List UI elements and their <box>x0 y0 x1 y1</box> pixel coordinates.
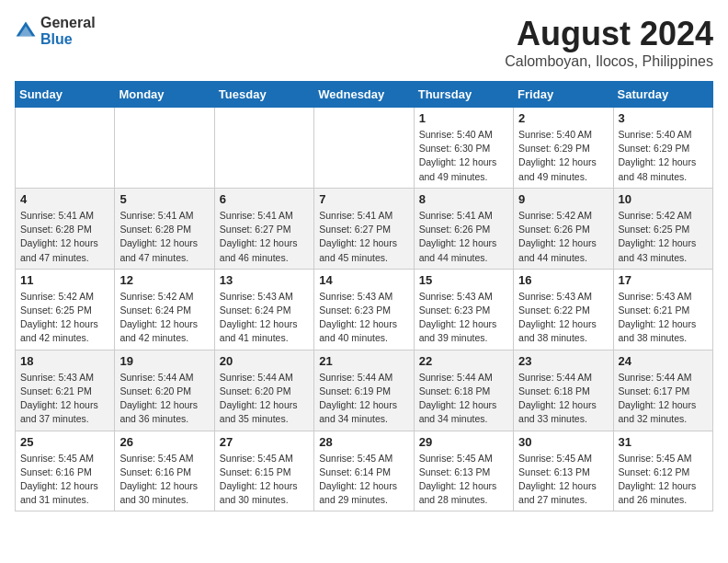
week-row-3: 18Sunrise: 5:43 AMSunset: 6:21 PMDayligh… <box>16 350 713 431</box>
day-number: 7 <box>319 192 408 206</box>
calendar-cell: 26Sunrise: 5:45 AMSunset: 6:16 PMDayligh… <box>115 431 214 511</box>
calendar-table: SundayMondayTuesdayWednesdayThursdayFrid… <box>15 81 713 511</box>
day-info: Sunrise: 5:44 AMSunset: 6:17 PMDaylight:… <box>619 371 708 427</box>
day-info: Sunrise: 5:43 AMSunset: 6:23 PMDaylight:… <box>419 290 508 346</box>
title-block: August 2024 Calomboyan, Ilocos, Philippi… <box>505 15 713 70</box>
calendar-cell: 9Sunrise: 5:42 AMSunset: 6:26 PMDaylight… <box>514 188 613 269</box>
week-row-0: 1Sunrise: 5:40 AMSunset: 6:30 PMDaylight… <box>16 108 713 189</box>
calendar-cell: 6Sunrise: 5:41 AMSunset: 6:27 PMDaylight… <box>214 188 313 269</box>
day-info: Sunrise: 5:40 AMSunset: 6:29 PMDaylight:… <box>518 128 608 184</box>
day-number: 26 <box>119 435 209 449</box>
day-info: Sunrise: 5:45 AMSunset: 6:13 PMDaylight:… <box>419 452 508 508</box>
calendar-body: 1Sunrise: 5:40 AMSunset: 6:30 PMDaylight… <box>16 108 713 511</box>
calendar-cell: 14Sunrise: 5:43 AMSunset: 6:23 PMDayligh… <box>314 269 414 350</box>
day-info: Sunrise: 5:43 AMSunset: 6:23 PMDaylight:… <box>319 290 408 346</box>
day-info: Sunrise: 5:45 AMSunset: 6:14 PMDaylight:… <box>319 452 408 508</box>
day-number: 4 <box>20 192 109 206</box>
day-info: Sunrise: 5:44 AMSunset: 6:20 PMDaylight:… <box>119 371 209 427</box>
calendar-cell <box>16 108 115 189</box>
calendar-cell: 24Sunrise: 5:44 AMSunset: 6:17 PMDayligh… <box>613 350 712 431</box>
day-number: 27 <box>220 435 309 449</box>
day-number: 17 <box>619 273 708 287</box>
day-number: 1 <box>419 111 508 125</box>
calendar-cell: 20Sunrise: 5:44 AMSunset: 6:20 PMDayligh… <box>214 350 313 431</box>
calendar-cell: 23Sunrise: 5:44 AMSunset: 6:18 PMDayligh… <box>514 350 613 431</box>
day-number: 25 <box>20 435 109 449</box>
page-header: General Blue August 2024 Calomboyan, Ilo… <box>15 15 713 70</box>
day-info: Sunrise: 5:43 AMSunset: 6:21 PMDaylight:… <box>20 371 109 427</box>
calendar-cell: 11Sunrise: 5:42 AMSunset: 6:25 PMDayligh… <box>16 269 115 350</box>
day-info: Sunrise: 5:45 AMSunset: 6:13 PMDaylight:… <box>518 452 608 508</box>
day-number: 10 <box>619 192 708 206</box>
calendar-cell: 3Sunrise: 5:40 AMSunset: 6:29 PMDaylight… <box>613 108 712 189</box>
day-number: 2 <box>518 111 608 125</box>
day-info: Sunrise: 5:43 AMSunset: 6:21 PMDaylight:… <box>619 290 708 346</box>
weekday-header-monday: Monday <box>115 82 214 108</box>
weekday-header-tuesday: Tuesday <box>214 82 313 108</box>
calendar-cell: 25Sunrise: 5:45 AMSunset: 6:16 PMDayligh… <box>16 431 115 511</box>
day-number: 6 <box>220 192 309 206</box>
day-number: 23 <box>518 354 608 368</box>
calendar-cell <box>115 108 214 189</box>
calendar-cell: 7Sunrise: 5:41 AMSunset: 6:27 PMDaylight… <box>314 188 414 269</box>
calendar-cell: 15Sunrise: 5:43 AMSunset: 6:23 PMDayligh… <box>414 269 513 350</box>
day-number: 24 <box>619 354 708 368</box>
weekday-header-thursday: Thursday <box>414 82 513 108</box>
day-info: Sunrise: 5:41 AMSunset: 6:26 PMDaylight:… <box>419 209 508 265</box>
day-number: 5 <box>119 192 209 206</box>
day-number: 13 <box>220 273 309 287</box>
day-info: Sunrise: 5:41 AMSunset: 6:27 PMDaylight:… <box>319 209 408 265</box>
day-info: Sunrise: 5:44 AMSunset: 6:18 PMDaylight:… <box>419 371 508 427</box>
day-info: Sunrise: 5:41 AMSunset: 6:28 PMDaylight:… <box>20 209 109 265</box>
day-number: 21 <box>319 354 408 368</box>
calendar-header: SundayMondayTuesdayWednesdayThursdayFrid… <box>16 82 713 108</box>
calendar-cell: 30Sunrise: 5:45 AMSunset: 6:13 PMDayligh… <box>514 431 613 511</box>
day-info: Sunrise: 5:44 AMSunset: 6:19 PMDaylight:… <box>319 371 408 427</box>
calendar-cell: 5Sunrise: 5:41 AMSunset: 6:28 PMDaylight… <box>115 188 214 269</box>
day-number: 30 <box>518 435 608 449</box>
day-info: Sunrise: 5:42 AMSunset: 6:26 PMDaylight:… <box>518 209 608 265</box>
calendar-cell: 17Sunrise: 5:43 AMSunset: 6:21 PMDayligh… <box>613 269 712 350</box>
day-number: 28 <box>319 435 408 449</box>
calendar-cell: 19Sunrise: 5:44 AMSunset: 6:20 PMDayligh… <box>115 350 214 431</box>
day-info: Sunrise: 5:42 AMSunset: 6:25 PMDaylight:… <box>619 209 708 265</box>
day-info: Sunrise: 5:40 AMSunset: 6:30 PMDaylight:… <box>419 128 508 184</box>
day-number: 3 <box>619 111 708 125</box>
calendar-cell: 4Sunrise: 5:41 AMSunset: 6:28 PMDaylight… <box>16 188 115 269</box>
calendar-cell <box>214 108 313 189</box>
logo-icon <box>15 20 37 42</box>
week-row-2: 11Sunrise: 5:42 AMSunset: 6:25 PMDayligh… <box>16 269 713 350</box>
day-number: 12 <box>119 273 209 287</box>
day-number: 29 <box>419 435 508 449</box>
calendar-cell: 12Sunrise: 5:42 AMSunset: 6:24 PMDayligh… <box>115 269 214 350</box>
day-info: Sunrise: 5:43 AMSunset: 6:22 PMDaylight:… <box>518 290 608 346</box>
calendar-cell: 2Sunrise: 5:40 AMSunset: 6:29 PMDaylight… <box>514 108 613 189</box>
day-info: Sunrise: 5:44 AMSunset: 6:20 PMDaylight:… <box>220 371 309 427</box>
calendar-cell: 10Sunrise: 5:42 AMSunset: 6:25 PMDayligh… <box>613 188 712 269</box>
week-row-1: 4Sunrise: 5:41 AMSunset: 6:28 PMDaylight… <box>16 188 713 269</box>
calendar-cell: 18Sunrise: 5:43 AMSunset: 6:21 PMDayligh… <box>16 350 115 431</box>
day-info: Sunrise: 5:45 AMSunset: 6:15 PMDaylight:… <box>220 452 309 508</box>
calendar-cell: 31Sunrise: 5:45 AMSunset: 6:12 PMDayligh… <box>613 431 712 511</box>
main-title: August 2024 <box>505 15 713 53</box>
week-row-4: 25Sunrise: 5:45 AMSunset: 6:16 PMDayligh… <box>16 431 713 511</box>
weekday-header-wednesday: Wednesday <box>314 82 414 108</box>
day-number: 8 <box>419 192 508 206</box>
logo-blue: Blue <box>40 31 96 48</box>
day-info: Sunrise: 5:44 AMSunset: 6:18 PMDaylight:… <box>518 371 608 427</box>
day-info: Sunrise: 5:45 AMSunset: 6:12 PMDaylight:… <box>619 452 708 508</box>
day-info: Sunrise: 5:40 AMSunset: 6:29 PMDaylight:… <box>619 128 708 184</box>
weekday-header-friday: Friday <box>514 82 613 108</box>
calendar-cell: 8Sunrise: 5:41 AMSunset: 6:26 PMDaylight… <box>414 188 513 269</box>
calendar-cell: 22Sunrise: 5:44 AMSunset: 6:18 PMDayligh… <box>414 350 513 431</box>
day-number: 22 <box>419 354 508 368</box>
day-info: Sunrise: 5:45 AMSunset: 6:16 PMDaylight:… <box>119 452 209 508</box>
calendar-cell: 21Sunrise: 5:44 AMSunset: 6:19 PMDayligh… <box>314 350 414 431</box>
day-number: 19 <box>119 354 209 368</box>
day-number: 15 <box>419 273 508 287</box>
calendar-cell: 29Sunrise: 5:45 AMSunset: 6:13 PMDayligh… <box>414 431 513 511</box>
day-number: 11 <box>20 273 109 287</box>
day-number: 20 <box>220 354 309 368</box>
logo: General Blue <box>15 15 96 47</box>
subtitle: Calomboyan, Ilocos, Philippines <box>505 53 713 70</box>
